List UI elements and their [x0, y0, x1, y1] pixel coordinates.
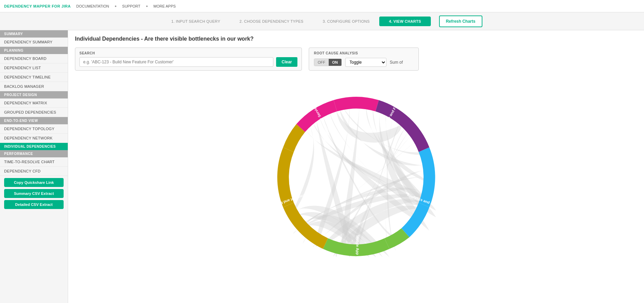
wizard-step-1[interactable]: 1. INPUT SEARCH QUERY	[162, 17, 230, 26]
sidebar-item-backlog-manager[interactable]: BACKLOG MANAGER	[0, 82, 68, 91]
wizard-step-3[interactable]: 3. CONFIGURE OPTIONS	[313, 17, 379, 26]
sidebar-item-dependency-timeline[interactable]: DEPENDENCY TIMELINE	[0, 73, 68, 82]
summary-csv-button[interactable]: Summary CSV Extract	[4, 189, 64, 198]
sidebar-item-time-to-resolve[interactable]: TIME-TO-RESOLVE CHART	[0, 157, 68, 167]
top-bar: DEPENDENCY MAPPER FOR JIRA DOCUMENTATION…	[0, 0, 644, 12]
app-title: DEPENDENCY MAPPER FOR JIRA	[4, 4, 71, 8]
sidebar-header-summary: SUMMARY	[0, 30, 68, 38]
sidebar-header-project-design: PROJECT DESIGN	[0, 91, 68, 98]
sidebar-item-dependency-list[interactable]: DEPENDENCY LIST	[0, 63, 68, 73]
wizard-step-2[interactable]: 2. CHOOSE DEPENDENCY TYPES	[230, 17, 313, 26]
sidebar-item-grouped-dependencies[interactable]: GROUPED DEPENDENCIES	[0, 108, 68, 117]
toggle-switch[interactable]: OFF ON	[314, 59, 342, 66]
sidebar-item-dependency-topology[interactable]: DEPENDENCY TOPOLOGY	[0, 124, 68, 134]
sidebar-item-dependency-board[interactable]: DEPENDENCY BOARD	[0, 54, 68, 63]
nav-support[interactable]: SUPPORT	[122, 4, 140, 8]
main-content: Individual Dependencies - Are there visi…	[68, 30, 644, 303]
chart-area: Inventory and Fulfilment Analytics and I…	[75, 77, 637, 277]
chord-diagram: Inventory and Fulfilment Analytics and I…	[250, 77, 463, 277]
arc-labels: Inventory and Fulfilment Analytics and I…	[265, 93, 445, 267]
refresh-charts-button[interactable]: Refresh Charts	[439, 15, 482, 27]
nav-sep-1: ●	[114, 4, 117, 8]
toggle-off[interactable]: OFF	[314, 59, 329, 66]
top-nav: DOCUMENTATION ● SUPPORT ● MORE APPS	[76, 4, 176, 8]
wizard-bar: 1. INPUT SEARCH QUERY 2. CHOOSE DEPENDEN…	[0, 12, 644, 30]
search-label: SEARCH	[79, 51, 297, 55]
rca-label: ROOT CAUSE ANALYSIS	[314, 51, 414, 55]
sidebar: SUMMARY DEPENDENCY SUMMARY PLANNING DEPE…	[0, 30, 68, 303]
search-input[interactable]	[79, 57, 273, 67]
rca-box: ROOT CAUSE ANALYSIS OFF ON Toggle Sum of	[309, 48, 419, 71]
sidebar-header-performance: PERFORMANCE	[0, 150, 68, 157]
sidebar-item-dependency-matrix[interactable]: DEPENDENCY MATRIX	[0, 98, 68, 108]
arc-inventory	[334, 97, 379, 111]
rca-sum-of-label: Sum of	[390, 60, 403, 65]
search-box: SEARCH Clear	[75, 48, 302, 71]
wizard-step-4[interactable]: 4. VIEW CHARTS	[379, 17, 430, 26]
sidebar-item-dependency-network[interactable]: DEPENDENCY NETWORK	[0, 134, 68, 143]
copy-quickshare-button[interactable]: Copy Quickshare Link	[4, 178, 64, 187]
controls-row: SEARCH Clear ROOT CAUSE ANALYSIS OFF ON	[75, 48, 637, 71]
nav-documentation[interactable]: DOCUMENTATION	[76, 4, 109, 8]
rca-controls: OFF ON Toggle Sum of	[314, 58, 414, 67]
detailed-csv-button[interactable]: Detailed CSV Extract	[4, 200, 64, 209]
nav-sep-2: ●	[146, 4, 148, 8]
search-input-row: Clear	[79, 57, 297, 67]
sidebar-item-dependency-cfd[interactable]: DEPENDENCY CFD	[0, 167, 68, 176]
rca-dropdown[interactable]: Toggle	[345, 58, 386, 67]
sidebar-header-end-to-end: END-TO-END VIEW	[0, 117, 68, 124]
toggle-on[interactable]: ON	[329, 59, 341, 66]
page-title: Individual Dependencies - Are there visi…	[75, 36, 637, 42]
label-mobile: Mobile App Squad	[356, 235, 360, 267]
sidebar-item-dependency-summary[interactable]: DEPENDENCY SUMMARY	[0, 38, 68, 47]
layout: SUMMARY DEPENDENCY SUMMARY PLANNING DEPE…	[0, 30, 644, 303]
sidebar-header-planning: PLANNING	[0, 47, 68, 54]
clear-button[interactable]: Clear	[276, 57, 297, 67]
sidebar-header-individual: INDIVIDUAL DEPENDENCIES	[0, 143, 68, 150]
nav-more-apps[interactable]: MORE APPS	[153, 4, 176, 8]
